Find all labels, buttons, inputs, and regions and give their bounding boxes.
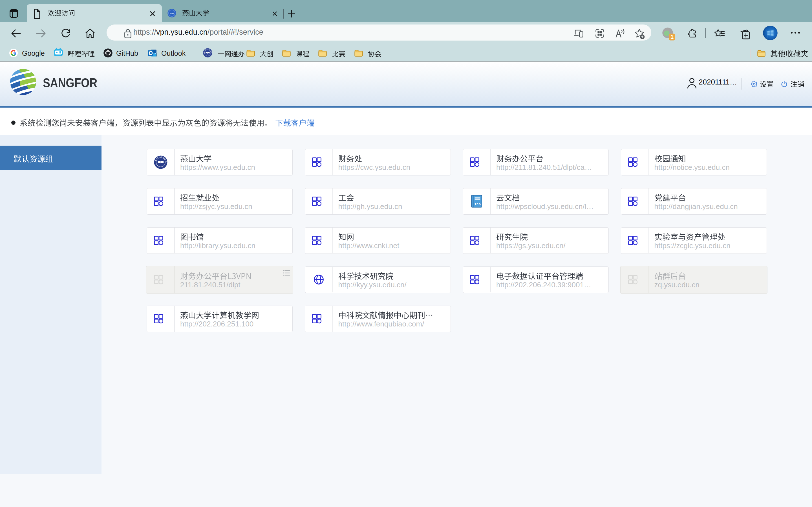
svg-text:1: 1 [670, 34, 673, 40]
svg-text:ICO: ICO [474, 203, 481, 206]
